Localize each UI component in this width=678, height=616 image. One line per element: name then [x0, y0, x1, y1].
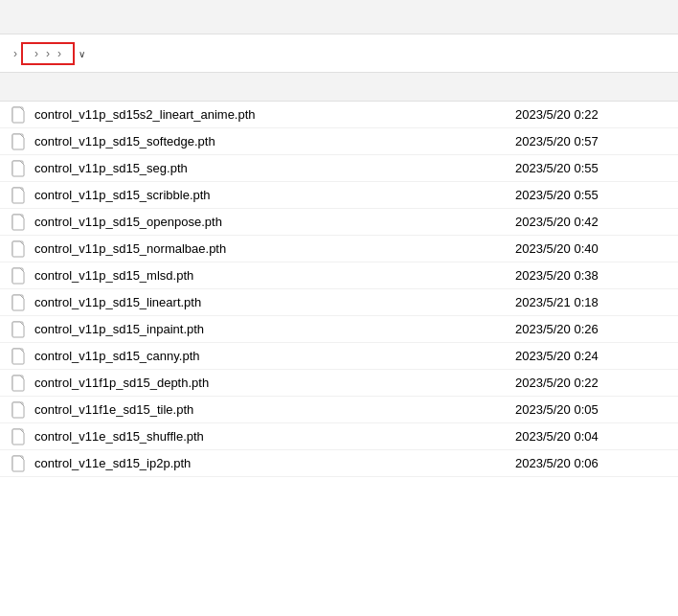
file-date: 2023/5/20 0:22	[515, 107, 668, 122]
breadcrumb-sep-2: ›	[46, 47, 50, 60]
file-name: control_v11p_sd15s2_lineart_anime.pth	[34, 107, 515, 122]
table-row[interactable]: control_v11p_sd15_mlsd.pth2023/5/20 0:38	[0, 262, 678, 289]
file-date: 2023/5/20 0:05	[515, 402, 668, 417]
file-icon	[10, 454, 29, 473]
file-name: control_v11p_sd15_seg.pth	[34, 161, 515, 175]
file-date: 2023/5/20 0:38	[515, 268, 668, 283]
file-icon	[10, 105, 29, 125]
file-name: control_v11p_sd15_scribble.pth	[34, 188, 515, 202]
toolbar-view[interactable]	[40, 13, 52, 21]
file-date: 2023/5/20 0:55	[515, 161, 668, 175]
file-date: 2023/5/20 0:57	[515, 134, 668, 148]
table-row[interactable]: control_v11p_sd15_canny.pth2023/5/20 0:2…	[0, 343, 678, 370]
file-date: 2023/5/20 0:04	[515, 429, 668, 444]
file-date: 2023/5/20 0:26	[515, 322, 668, 336]
breadcrumb: › › › › ∨	[10, 42, 85, 65]
file-name: control_v11e_sd15_shuffle.pth	[34, 429, 515, 444]
file-date: 2023/5/20 0:22	[515, 376, 668, 390]
file-icon	[10, 374, 29, 393]
breadcrumb-sep-3: ›	[57, 47, 61, 60]
file-name: control_v11f1e_sd15_tile.pth	[34, 402, 515, 417]
table-row[interactable]: control_v11p_sd15_lineart.pth2023/5/21 0…	[0, 289, 678, 316]
table-row[interactable]: control_v11p_sd15_softedge.pth2023/5/20 …	[0, 128, 678, 155]
file-name: control_v11e_sd15_ip2p.pth	[34, 456, 515, 470]
file-list: control_v11p_sd15s2_lineart_anime.pth202…	[0, 102, 678, 616]
table-row[interactable]: control_v11p_sd15s2_lineart_anime.pth202…	[0, 102, 678, 128]
breadcrumb-highlighted: › › ›	[21, 42, 75, 65]
file-date: 2023/5/20 0:42	[515, 215, 668, 229]
breadcrumb-bar: › › › › ∨	[0, 34, 678, 73]
file-icon	[10, 427, 29, 446]
file-icon	[10, 400, 29, 420]
file-icon	[10, 266, 29, 285]
table-row[interactable]: control_v11f1e_sd15_tile.pth2023/5/20 0:…	[0, 397, 678, 423]
toolbar-thispc[interactable]	[10, 13, 21, 21]
file-name: control_v11p_sd15_softedge.pth	[34, 134, 515, 148]
breadcrumb-expand-icon[interactable]: ∨	[79, 49, 85, 59]
file-name: control_v11p_sd15_mlsd.pth	[34, 268, 515, 283]
file-date: 2023/5/20 0:24	[515, 349, 668, 363]
table-row[interactable]: control_v11e_sd15_ip2p.pth2023/5/20 0:06	[0, 450, 678, 477]
table-row[interactable]: control_v11p_sd15_openpose.pth2023/5/20 …	[0, 209, 678, 236]
table-row[interactable]: control_v11e_sd15_shuffle.pth2023/5/20 0…	[0, 423, 678, 450]
file-name: control_v11f1p_sd15_depth.pth	[34, 376, 515, 390]
file-icon	[10, 293, 29, 312]
file-area: control_v11p_sd15s2_lineart_anime.pth202…	[0, 73, 678, 616]
file-date: 2023/5/20 0:06	[515, 456, 668, 470]
table-row[interactable]: control_v11p_sd15_scribble.pth2023/5/20 …	[0, 182, 678, 209]
table-row[interactable]: control_v11p_sd15_seg.pth2023/5/20 0:55	[0, 155, 678, 182]
breadcrumb-sep-1: ›	[34, 47, 38, 60]
file-icon	[10, 320, 29, 339]
file-date: 2023/5/20 0:55	[515, 188, 668, 202]
file-name: control_v11p_sd15_canny.pth	[34, 349, 515, 363]
file-icon	[10, 132, 29, 151]
file-icon	[10, 347, 29, 366]
file-name: control_v11p_sd15_openpose.pth	[34, 215, 515, 229]
table-row[interactable]: control_v11p_sd15_inpaint.pth2023/5/20 0…	[0, 316, 678, 343]
breadcrumb-sep-0: ›	[13, 47, 17, 60]
toolbar	[0, 0, 678, 34]
file-icon	[10, 213, 29, 232]
file-name: control_v11p_sd15_normalbae.pth	[34, 241, 515, 256]
file-name: control_v11p_sd15_lineart.pth	[34, 295, 515, 309]
table-row[interactable]: control_v11p_sd15_normalbae.pth2023/5/20…	[0, 236, 678, 262]
file-icon	[10, 159, 29, 178]
file-icon	[10, 240, 29, 259]
table-row[interactable]: control_v11f1p_sd15_depth.pth2023/5/20 0…	[0, 370, 678, 397]
main-content: control_v11p_sd15s2_lineart_anime.pth202…	[0, 73, 678, 616]
file-date: 2023/5/20 0:40	[515, 241, 668, 256]
file-date: 2023/5/21 0:18	[515, 295, 668, 309]
file-icon	[10, 186, 29, 205]
file-name: control_v11p_sd15_inpaint.pth	[34, 322, 515, 336]
column-header	[0, 73, 678, 102]
